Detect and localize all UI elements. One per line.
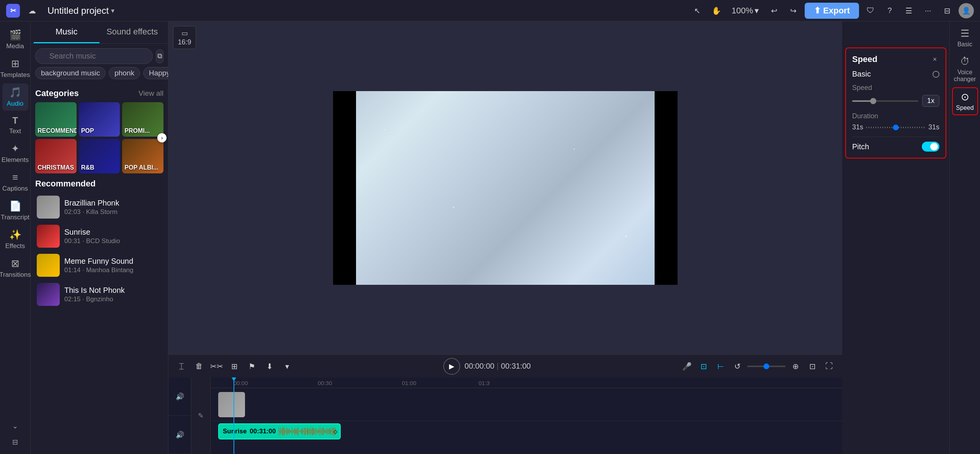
avatar[interactable]: 👤 — [959, 3, 974, 18]
audio-clip[interactable]: Sunrise 00:31:00 ◇ — [218, 423, 341, 439]
audio-align-button[interactable]: ⊢ — [714, 359, 727, 373]
center-area: ▭ 16:9 ⌶ 🗑 ✂✂ ⊞ ⚑ ⬇ ▾ ▶ 00:00 — [168, 21, 842, 454]
sidebar-item-label: Effects — [5, 242, 25, 250]
collapse-nav-button[interactable]: ⌄ — [2, 419, 28, 433]
tab-sound-effects[interactable]: Sound effects — [100, 21, 165, 43]
timeline-right-controls: 🎤 ⊡ ⊢ ↺ ⊕ ⊡ ⛶ — [680, 359, 836, 373]
fit-view-button[interactable]: ⊡ — [805, 359, 819, 373]
pointer-tool-button[interactable]: ↖ — [689, 3, 705, 18]
track-info: Brazillian Phonk 02:03 · Killa Storm — [64, 199, 162, 216]
split-tool-button[interactable]: ⌶ — [175, 359, 188, 373]
sidebar-item-transcript[interactable]: 📄 Transcript — [2, 197, 28, 224]
zoom-control[interactable]: 100% ▾ — [728, 4, 763, 17]
speed-slider-row: 1x — [852, 95, 939, 107]
playhead[interactable] — [234, 377, 234, 454]
speed-panel: Speed × Basic Speed 1x — [845, 47, 946, 158]
play-button[interactable]: ▶ — [443, 358, 460, 375]
video-black-bar-right — [655, 91, 678, 285]
sidebar-item-text[interactable]: T Text — [2, 112, 28, 138]
loop-button[interactable]: ↺ — [730, 359, 744, 373]
sidebar-item-templates[interactable]: ⊞ Templates — [2, 55, 28, 82]
track-item[interactable]: Brazillian Phonk 02:03 · Killa Storm — [35, 193, 163, 222]
recommended-header: Recommended — [35, 179, 163, 189]
transcript-icon: 📄 — [9, 200, 21, 212]
flag-button[interactable]: ⚑ — [245, 359, 259, 373]
download-chevron-button[interactable]: ▾ — [280, 359, 294, 373]
edit-clip-button[interactable]: ✎ — [191, 377, 210, 454]
music-panel-content: Categories View all RECOMMEND POP PROMI.… — [31, 83, 168, 454]
topbar-controls: ↖ ✋ 100% ▾ ↩ ↪ ⬆ Export 🛡 ? ☰ ··· ⊟ 👤 — [689, 3, 974, 19]
category-promise[interactable]: PROMI... — [122, 102, 163, 137]
zoom-slider[interactable] — [747, 366, 786, 367]
main-area: 🎬 Media ⊞ Templates 🎵 Audio T Text ✦ Ele… — [0, 21, 980, 454]
redo-button[interactable]: ↪ — [786, 3, 801, 18]
sidebar-item-effects[interactable]: ✨ Effects — [2, 226, 28, 253]
track-item[interactable]: Sunrise 00:31 · BCD Studio — [35, 222, 163, 251]
sidebar-item-media[interactable]: 🎬 Media — [2, 26, 28, 53]
category-rb[interactable]: R&B — [79, 139, 120, 173]
volume-track-ctrl[interactable]: 🔊 — [168, 377, 191, 416]
sidebar-item-elements[interactable]: ✦ Elements — [2, 140, 28, 167]
category-pop[interactable]: POP — [79, 102, 120, 137]
fullscreen-button[interactable]: ⛶ — [822, 359, 836, 373]
shield-icon[interactable]: 🛡 — [863, 3, 878, 18]
tag-happy[interactable]: Happy — [143, 67, 168, 79]
layout-icon[interactable]: ☰ — [901, 3, 916, 18]
sidebar-item-audio[interactable]: 🎵 Audio — [2, 83, 28, 111]
current-time: 00:00:00 — [465, 362, 495, 371]
aspect-ratio-indicator[interactable]: ▭ 16:9 — [173, 26, 196, 49]
panels-toggle-button[interactable]: ⊟ — [939, 3, 955, 18]
audio-volume-ctrl[interactable]: 🔊 — [168, 416, 191, 454]
mic-button[interactable]: 🎤 — [680, 359, 694, 373]
duration-slider[interactable] — [866, 127, 925, 128]
speed-slider[interactable] — [852, 100, 918, 102]
more-options-button[interactable]: ··· — [920, 3, 936, 18]
speed-panel-button[interactable]: ⊙ Speed — [952, 87, 978, 115]
search-input[interactable] — [35, 48, 153, 64]
cloud-save-button[interactable]: ☁ — [24, 3, 40, 18]
tag-background-music[interactable]: background music — [35, 67, 106, 79]
filter-button[interactable]: ⧉ — [156, 49, 163, 63]
speed-panel-close-button[interactable]: × — [930, 55, 939, 64]
export-button[interactable]: ⬆ Export — [805, 3, 859, 19]
basic-radio[interactable] — [933, 71, 939, 78]
preview-area: ▭ 16:9 — [168, 21, 842, 354]
hand-tool-button[interactable]: ✋ — [709, 3, 724, 18]
category-christmas[interactable]: CHRISTMAS — [35, 139, 77, 173]
category-popalb[interactable]: POP ALBI... — [122, 139, 163, 173]
ruler-mark: 01:3 — [479, 380, 490, 386]
track-item[interactable]: Meme Funny Sound 01:14 · Manhoa Bintang — [35, 251, 163, 280]
add-clip-button[interactable]: ⊞ — [227, 359, 241, 373]
track-item[interactable]: This Is Not Phonk 02:15 · Bgnzinho — [35, 280, 163, 309]
help-icon[interactable]: ? — [882, 3, 897, 18]
categories-next-button[interactable]: › — [157, 133, 167, 142]
tag-phonk[interactable]: phonk — [109, 67, 140, 79]
collapse-icon: ⌄ — [12, 422, 18, 430]
speed-icon: ⊙ — [961, 91, 969, 103]
audio-icon: 🎵 — [9, 87, 21, 98]
pitch-toggle[interactable] — [922, 142, 939, 152]
delete-button[interactable]: 🗑 — [192, 359, 206, 373]
bottom-panel-button[interactable]: ⊟ — [2, 435, 28, 449]
undo-button[interactable]: ↩ — [766, 3, 782, 18]
tab-music[interactable]: Music — [34, 21, 100, 43]
zoom-in-button[interactable]: ⊕ — [789, 359, 802, 373]
video-clip[interactable] — [218, 392, 245, 417]
sidebar-item-captions[interactable]: ≡ Captions — [2, 168, 28, 196]
project-chevron-icon[interactable]: ▾ — [111, 7, 114, 15]
music-tabs: Music Sound effects — [31, 21, 168, 44]
playhead-arrow — [232, 377, 236, 381]
category-recommend[interactable]: RECOMMEND — [35, 102, 77, 137]
basic-panel-button[interactable]: ☰ Basic — [952, 24, 978, 51]
view-all-button[interactable]: View all — [139, 89, 163, 98]
sidebar-item-label: Captions — [2, 185, 28, 193]
download-button[interactable]: ⬇ — [263, 359, 276, 373]
voice-changer-button[interactable]: ⏱ Voice changer — [952, 52, 978, 86]
aspect-ratio-label: 16:9 — [178, 38, 191, 46]
sidebar-item-transitions[interactable]: ⊠ Transitions — [2, 255, 28, 282]
voice-changer-label: Voice changer — [954, 69, 977, 83]
track-meta: 00:31 · BCD Studio — [64, 237, 162, 245]
audio-split-button[interactable]: ⊡ — [697, 359, 710, 373]
trim-button[interactable]: ✂✂ — [210, 359, 224, 373]
category-label: POP ALBI... — [124, 164, 158, 171]
